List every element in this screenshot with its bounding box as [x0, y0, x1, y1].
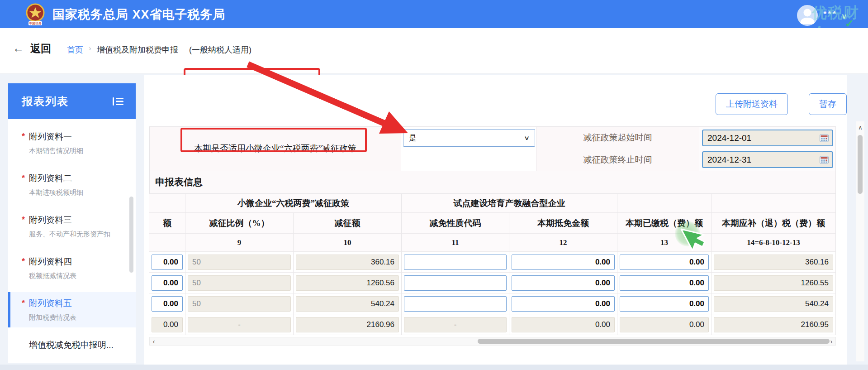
table-column-number-1: [149, 234, 185, 252]
policy-end-value-cell: 2024-12-31: [699, 149, 836, 171]
sidebar-item-1[interactable]: *附列资料一本期销售情况明细: [8, 125, 136, 161]
table-input-r2c6[interactable]: 0.00: [620, 275, 709, 291]
sidebar-item-label: 附列资料四: [29, 256, 136, 268]
table-cell-r3c7: 540.24: [711, 293, 836, 314]
table-cell-r1c1: 0.00: [149, 252, 185, 273]
table-readonly-r4c5: 0.00: [512, 317, 615, 332]
table-input-r1c1[interactable]: 0.00: [152, 255, 183, 270]
required-asterisk: *: [22, 173, 25, 183]
collapse-list-icon[interactable]: [112, 96, 124, 106]
policy-start-date-input[interactable]: 2024-12-01: [702, 130, 833, 146]
chevron-down-icon[interactable]: ∨: [841, 12, 847, 21]
table-readonly-r4c6: 0.00: [620, 317, 709, 332]
sidebar-scrollbar-thumb[interactable]: [129, 197, 133, 273]
table-readonly-r1c3: 360.16: [296, 255, 399, 270]
sidebar-item-sublabel: 本期销售情况明细: [29, 147, 136, 155]
sidebar-item-5[interactable]: *附列资料五附加税费情况表: [8, 292, 136, 327]
back-button[interactable]: ←返回: [13, 42, 51, 56]
table-cell-r4c1: 0.00: [149, 314, 185, 335]
vertical-scrollbar[interactable]: ∧: [856, 121, 864, 361]
table-readonly-r4c1: 0.00: [152, 317, 183, 332]
sidebar-item-2[interactable]: *附列资料二本期进项税额明细: [8, 167, 136, 202]
sidebar-item-label: 附列资料五: [29, 298, 136, 309]
calendar-icon[interactable]: [820, 156, 829, 164]
sidebar-item-4[interactable]: *附列资料四税额抵减情况表: [8, 250, 136, 286]
sidebar-item-sublabel: 税额抵减情况表: [29, 272, 136, 280]
table-group-header-4: [617, 194, 711, 213]
table-cell-r3c5: 0.00: [509, 293, 617, 314]
table-column-number-3: 10: [294, 234, 402, 252]
top-header-bar: 中国税务 国家税务总局 ΧΧ省电子税务局 *** ∨ 优税财会 ✓: [0, 0, 868, 28]
table-group-header-3: 试点建设培育产教融合型企业: [402, 194, 617, 213]
table-input-r3c4[interactable]: [404, 296, 507, 312]
horizontal-scrollbar[interactable]: ‹ ›: [149, 337, 836, 346]
required-asterisk: *: [22, 215, 25, 225]
calendar-icon[interactable]: [820, 134, 829, 142]
declaration-info-section: 申报表信息: [149, 171, 836, 194]
breadcrumb-separator: ›: [89, 44, 91, 53]
table-readonly-r1c7: 360.16: [714, 255, 833, 270]
upload-attachments-button[interactable]: 上传附送资料: [716, 93, 788, 115]
sidebar-item-label: 增值税减免税申报明...: [29, 339, 136, 351]
scroll-up-arrow-icon[interactable]: ∧: [856, 123, 864, 131]
sidebar-header: 报表列表: [8, 83, 136, 119]
table-input-r3c6[interactable]: 0.00: [620, 296, 709, 312]
table-input-r3c1[interactable]: 0.00: [152, 296, 183, 312]
table-column-number-2: 9: [185, 234, 294, 252]
policy-end-label: 减征政策终止时间: [583, 154, 652, 166]
table-input-r1c5[interactable]: 0.00: [512, 255, 615, 270]
table-cell-r4c3: 2160.96: [294, 314, 402, 335]
tax-bureau-emblem-icon: 中国税务: [25, 3, 46, 26]
save-draft-button[interactable]: 暂存: [809, 93, 847, 115]
table-cell-r2c5: 0.00: [509, 273, 617, 293]
table-cell-r2c2: 50: [185, 273, 294, 293]
breadcrumb-page-suffix: (一般纳税人适用): [189, 44, 251, 55]
table-column-header-7: 本期应补（退）税（费）额: [711, 213, 836, 234]
table-input-r3c5[interactable]: 0.00: [512, 296, 615, 312]
table-readonly-r4c4: -: [404, 317, 507, 332]
table-input-r2c1[interactable]: 0.00: [152, 275, 183, 291]
table-cell-r2c7: 1260.55: [711, 273, 836, 293]
vertical-scrollbar-thumb[interactable]: [858, 135, 863, 194]
sidebar-item-3[interactable]: *附列资料三服务、不动产和无形资产扣: [8, 209, 136, 244]
smallmicro-policy-question: 本期是否适用小微企业“六税两费”减征政策: [150, 127, 401, 170]
table-readonly-r2c2: 50: [188, 275, 291, 291]
policy-start-label: 减征政策起始时间: [583, 132, 652, 144]
sidebar-item-sublabel: 服务、不动产和无形资产扣: [29, 230, 136, 239]
table-input-r2c5[interactable]: 0.00: [512, 275, 615, 291]
table-readonly-r4c3: 2160.96: [296, 317, 399, 332]
policy-answer-cell: 是 ∨: [401, 126, 536, 171]
policy-answer-select[interactable]: 是 ∨: [403, 129, 535, 147]
policy-start-date-value: 2024-12-01: [707, 133, 751, 143]
sidebar-item-label: 附列资料二: [29, 173, 136, 184]
table-column-number-5: 12: [509, 234, 617, 252]
table-input-r1c4[interactable]: [404, 255, 507, 270]
table-group-header-5: [711, 194, 836, 213]
table-readonly-r2c3: 1260.56: [296, 275, 399, 291]
breadcrumb-home-link[interactable]: 首页: [67, 44, 83, 55]
table-group-header-2: 小微企业“六税两费”减征政策: [185, 194, 402, 213]
table-cell-r2c4: [402, 273, 509, 293]
horizontal-scrollbar-thumb[interactable]: [478, 339, 830, 344]
table-cell-r2c1: 0.00: [149, 273, 185, 293]
policy-end-date-value: 2024-12-31: [707, 155, 751, 165]
table-cell-r2c3: 1260.56: [294, 273, 402, 293]
policy-end-date-input[interactable]: 2024-12-31: [702, 151, 833, 168]
table-input-r2c4[interactable]: [404, 275, 507, 291]
table-readonly-r3c7: 540.24: [714, 296, 833, 312]
table-readonly-r4c7: 2160.95: [714, 317, 833, 332]
table-input-r1c6[interactable]: 0.00: [620, 255, 709, 270]
back-label: 返回: [30, 43, 51, 54]
table-column-header-1: 额: [149, 213, 185, 234]
avatar[interactable]: [797, 5, 818, 26]
table-column-header-2: 减征比例（%）: [185, 213, 294, 234]
table-cell-r1c7: 360.16: [711, 252, 836, 273]
scroll-left-arrow-icon[interactable]: ‹: [150, 337, 158, 345]
required-asterisk: *: [22, 132, 25, 141]
bottom-strip: [0, 365, 868, 370]
policy-answer-value: 是: [409, 133, 417, 143]
required-asterisk: *: [22, 257, 25, 266]
sidebar-item-6[interactable]: 增值税减免税申报明...: [8, 334, 136, 356]
table-column-header-3: 减征额: [294, 213, 402, 234]
table-column-header-5: 本期抵免金额: [509, 213, 617, 234]
